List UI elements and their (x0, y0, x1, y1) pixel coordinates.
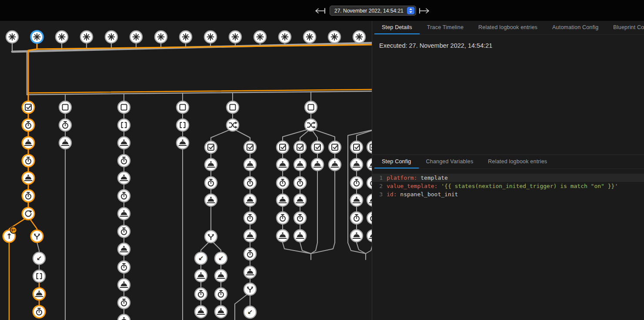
node-checkbox-blank-icon[interactable] (227, 101, 239, 113)
node-condition-checkbox-marked-icon[interactable] (294, 141, 306, 153)
node-condition-checkbox-marked-icon[interactable] (311, 141, 324, 153)
node-service-call-bell-icon[interactable] (367, 230, 372, 242)
tab-step-config[interactable]: Step Config (374, 155, 419, 168)
node-service-call-bell-icon[interactable] (311, 158, 324, 171)
tab-blueprint-config[interactable]: Blueprint Config (606, 21, 644, 34)
node-service-call-bell-icon[interactable] (22, 137, 34, 149)
node-arrow-bottom-left-icon[interactable]: ↙ (195, 252, 207, 264)
code-line[interactable]: 2value_template: '{{ states(nextion_init… (372, 182, 644, 190)
node-repeat-refresh-icon[interactable] (22, 208, 34, 220)
trigger-node[interactable] (353, 31, 365, 43)
node-timer-delay-icon[interactable] (277, 177, 289, 189)
trigger-node[interactable] (56, 31, 68, 43)
node-timer-delay-icon[interactable] (33, 306, 45, 318)
node-service-call-bell-icon[interactable] (294, 194, 306, 206)
tab-automation-config[interactable]: Automation Config (545, 21, 606, 34)
node-timer-delay-icon[interactable] (59, 119, 71, 131)
node-call-split-icon[interactable] (244, 283, 256, 295)
node-call-split-icon[interactable] (205, 231, 217, 243)
node-timer-delay-icon[interactable] (244, 177, 256, 189)
node-service-call-bell-icon[interactable] (277, 194, 289, 206)
tab-changed-variables[interactable]: Changed Variables (419, 155, 481, 168)
node-checkbox-blank-icon[interactable] (118, 101, 130, 113)
node-service-call-bell-icon[interactable] (205, 194, 217, 206)
node-service-call-bell-icon[interactable] (118, 172, 130, 184)
node-condition-checkbox-marked-icon[interactable] (350, 141, 363, 153)
node-parallel-shuffle-icon[interactable] (227, 119, 239, 131)
node-timer-delay-icon[interactable] (367, 177, 372, 189)
node-timer-delay-icon[interactable] (244, 248, 256, 260)
node-condition-checkbox-marked-icon[interactable] (205, 141, 217, 153)
node-service-call-bell-icon[interactable] (350, 194, 363, 206)
node-timer-delay-icon[interactable] (118, 261, 130, 273)
trigger-node-selected[interactable] (31, 31, 43, 43)
node-service-call-bell-icon[interactable] (118, 243, 130, 255)
node-timer-delay-icon[interactable] (118, 155, 130, 167)
node-service-call-bell-icon[interactable] (329, 158, 341, 171)
previous-run-button[interactable] (314, 7, 326, 15)
node-service-call-bell-icon[interactable] (367, 194, 372, 206)
node-condition-checkbox-marked-icon[interactable] (329, 141, 341, 153)
trigger-node[interactable] (80, 31, 93, 43)
trigger-node[interactable] (229, 31, 241, 43)
code-line[interactable]: 1platform: template (372, 174, 644, 182)
node-timer-delay-icon[interactable] (294, 177, 306, 189)
trigger-node[interactable] (254, 31, 266, 43)
node-timer-delay-icon[interactable] (215, 288, 227, 300)
trigger-node[interactable] (180, 31, 192, 43)
node-code-brackets-icon[interactable] (177, 119, 189, 131)
tab-trace-timeline[interactable]: Trace Timeline (420, 21, 471, 34)
node-service-call-bell-icon[interactable] (118, 279, 130, 291)
trigger-node[interactable] (328, 31, 340, 43)
node-service-call-bell-icon[interactable] (118, 314, 130, 320)
node-service-call-bell-icon[interactable] (277, 158, 289, 171)
node-timer-delay-icon[interactable] (294, 212, 306, 224)
node-service-call-bell-icon[interactable] (205, 158, 217, 171)
node-timer-delay-icon[interactable] (22, 119, 34, 131)
node-timer-delay-icon[interactable] (244, 212, 256, 224)
node-service-call-bell-icon[interactable] (195, 306, 207, 318)
node-service-call-bell-icon[interactable] (177, 137, 189, 149)
node-timer-delay-icon[interactable] (118, 225, 130, 238)
node-parallel-shuffle-icon[interactable] (305, 119, 317, 131)
node-timer-delay-icon[interactable] (195, 288, 207, 300)
trigger-node[interactable] (279, 31, 291, 43)
node-service-call-bell-icon[interactable] (22, 172, 34, 184)
node-service-call-bell-icon[interactable] (277, 230, 289, 242)
node-service-call-bell-icon[interactable] (215, 270, 227, 282)
trigger-node[interactable] (6, 31, 18, 43)
node-service-call-bell-icon[interactable] (59, 137, 71, 149)
node-service-call-bell-icon[interactable] (195, 270, 207, 282)
node-service-call-bell-icon[interactable] (294, 158, 306, 171)
tab-related-logbook-entries-2[interactable]: Related logbook entries (480, 155, 554, 168)
node-timer-delay-icon[interactable] (367, 212, 372, 224)
node-timer-delay-icon[interactable] (277, 212, 289, 224)
trigger-node[interactable] (304, 31, 316, 43)
node-service-call-bell-icon[interactable] (118, 137, 130, 149)
node-service-call-bell-icon[interactable] (244, 158, 256, 171)
node-code-brackets-icon[interactable] (33, 270, 45, 282)
node-condition-checkbox-marked-icon[interactable] (22, 101, 34, 113)
node-timer-delay-icon[interactable] (350, 212, 363, 224)
node-timer-delay-icon[interactable] (118, 297, 130, 309)
node-service-call-bell-icon[interactable] (244, 230, 256, 242)
node-timer-delay-icon[interactable] (350, 177, 363, 189)
node-condition-checkbox-marked-icon[interactable] (277, 141, 289, 153)
node-service-call-bell-icon[interactable] (118, 208, 130, 220)
node-timer-delay-icon[interactable] (205, 177, 217, 189)
tab-related-logbook-entries[interactable]: Related logbook entries (471, 21, 545, 34)
node-service-call-bell-icon[interactable] (367, 158, 372, 171)
node-service-call-bell-icon[interactable] (244, 266, 256, 278)
node-arrow-bottom-left-icon[interactable]: ↙ (215, 252, 227, 264)
node-call-split-icon[interactable] (31, 230, 43, 242)
node-checkbox-blank-icon[interactable] (177, 101, 189, 113)
code-line[interactable]: 3id: nspanel_boot_init (372, 190, 644, 198)
node-condition-checkbox-marked-icon[interactable] (367, 141, 372, 153)
node-checkbox-blank-icon[interactable] (59, 101, 71, 113)
node-code-brackets-icon[interactable] (118, 119, 130, 131)
node-service-call-bell-icon[interactable] (294, 230, 306, 242)
trigger-node[interactable] (130, 31, 142, 43)
node-service-call-bell-icon[interactable] (33, 288, 45, 300)
node-timer-delay-icon[interactable] (118, 190, 130, 202)
node-condition-checkbox-marked-icon[interactable] (244, 141, 256, 153)
